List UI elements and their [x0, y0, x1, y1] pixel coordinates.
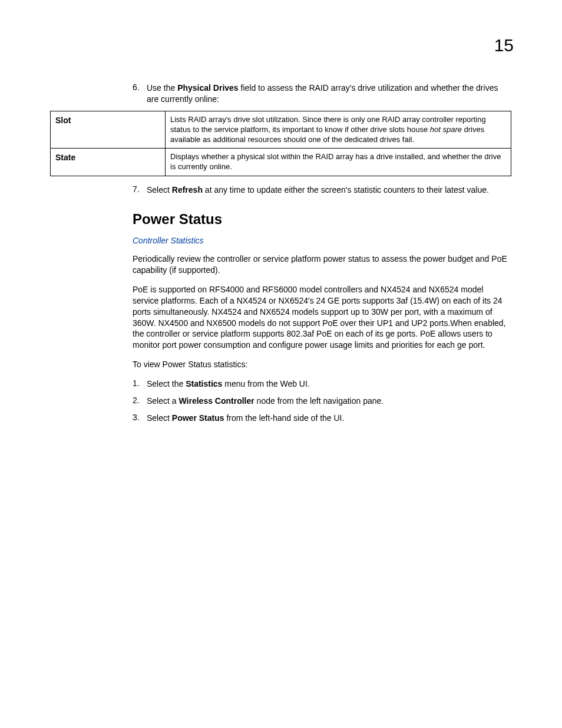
list-number: 1. — [133, 378, 147, 390]
step-6: 6. Use the Physical Drives field to asse… — [50, 83, 511, 105]
page-content: 6. Use the Physical Drives field to asse… — [50, 83, 511, 430]
list-number: 2. — [133, 396, 147, 407]
text: Select — [147, 185, 172, 195]
paragraph: PoE is supported on RFS4000 and RFS6000 … — [133, 284, 511, 351]
list-body: Select a Wireless Controller node from t… — [147, 396, 511, 407]
bold-text: Wireless Controller — [178, 396, 254, 406]
bold-text: Statistics — [186, 379, 222, 388]
list-body: Select Power Status from the left-hand s… — [147, 413, 511, 424]
power-step-2: 2. Select a Wireless Controller node fro… — [50, 396, 511, 407]
document-page: 15 6. Use the Physical Drives field to a… — [0, 0, 562, 728]
bold-text: Refresh — [172, 185, 203, 195]
power-step-3: 3. Select Power Status from the left-han… — [50, 413, 511, 424]
text: Select the — [147, 379, 186, 388]
text: from the left-hand side of the UI. — [224, 413, 345, 423]
paragraph: To view Power Status statistics: — [133, 359, 511, 370]
power-step-1: 1. Select the Statistics menu from the W… — [50, 378, 511, 390]
text: Select a — [147, 396, 178, 406]
table-label: Slot — [51, 111, 166, 149]
table-row: State Displays whether a physical slot w… — [51, 149, 511, 176]
list-number: 7. — [133, 185, 147, 196]
field-description-table: Slot Lists RAID array's drive slot utili… — [50, 111, 511, 176]
link-controller-statistics[interactable]: Controller Statistics — [133, 236, 511, 245]
list-number: 6. — [133, 83, 147, 105]
paragraph: Periodically review the controller or se… — [133, 253, 511, 276]
table-desc: Displays whether a physical slot within … — [166, 149, 511, 176]
list-body: Select the Statistics menu from the Web … — [147, 378, 511, 390]
text: Select — [147, 413, 172, 423]
list-number: 3. — [133, 413, 147, 424]
page-number: 15 — [494, 35, 514, 55]
table-row: Slot Lists RAID array's drive slot utili… — [51, 111, 511, 149]
bold-text: Physical Drives — [177, 83, 239, 93]
table-desc: Lists RAID array's drive slot utilizatio… — [166, 111, 511, 149]
section-title: Power Status — [133, 211, 511, 228]
text: node from the left navigation pane. — [254, 396, 384, 406]
step-7: 7. Select Refresh at any time to update … — [50, 185, 511, 196]
bold-text: Power Status — [172, 413, 224, 423]
italic-text: hot spare — [430, 125, 462, 134]
text: menu from the Web UI. — [222, 379, 309, 388]
text: at any time to update either the screen'… — [203, 185, 489, 195]
table-label: State — [51, 149, 166, 176]
text: Use the — [147, 83, 177, 93]
list-body: Use the Physical Drives field to assess … — [147, 83, 511, 105]
list-body: Select Refresh at any time to update eit… — [147, 185, 511, 196]
